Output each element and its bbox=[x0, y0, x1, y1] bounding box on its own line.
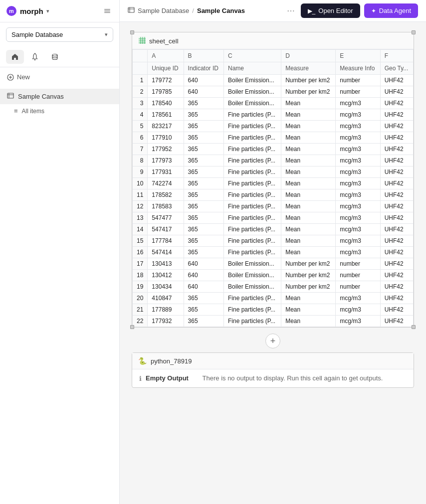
table-cell[interactable]: Fine particles (P... bbox=[224, 316, 281, 327]
table-cell[interactable]: Boiler Emission... bbox=[224, 258, 281, 270]
table-cell[interactable]: Fine particles (P... bbox=[224, 304, 281, 316]
table-cell[interactable]: mcg/m3 bbox=[336, 178, 380, 189]
table-row[interactable]: 17130413640Boiler Emission...Number per … bbox=[133, 258, 414, 270]
table-cell[interactable]: number bbox=[336, 75, 380, 86]
table-cell[interactable]: 177784 bbox=[148, 235, 184, 247]
table-cell[interactable]: 640 bbox=[184, 75, 223, 86]
table-cell[interactable]: mcg/m3 bbox=[336, 235, 380, 247]
table-cell[interactable]: 365 bbox=[184, 155, 223, 167]
table-cell[interactable]: 365 bbox=[184, 178, 223, 189]
add-cell-button[interactable]: + bbox=[265, 334, 280, 348]
table-cell[interactable]: UHF42 bbox=[380, 293, 413, 304]
table-cell[interactable]: UHF42 bbox=[380, 132, 413, 144]
table-cell[interactable]: 742274 bbox=[148, 178, 184, 189]
table-cell[interactable]: Fine particles (P... bbox=[224, 144, 281, 155]
table-cell[interactable]: UHF42 bbox=[380, 235, 413, 247]
table-cell[interactable]: 179785 bbox=[148, 86, 184, 98]
table-cell[interactable]: number bbox=[336, 281, 380, 293]
table-cell[interactable]: 178583 bbox=[148, 201, 184, 212]
table-row[interactable]: 15177784365Fine particles (P...Meanmcg/m… bbox=[133, 235, 414, 247]
table-cell[interactable]: Fine particles (P... bbox=[224, 247, 281, 258]
table-cell[interactable]: mcg/m3 bbox=[336, 167, 380, 178]
table-cell[interactable]: Boiler Emission... bbox=[224, 270, 281, 281]
table-row[interactable]: 22177932365Fine particles (P...Meanmcg/m… bbox=[133, 316, 414, 327]
table-cell[interactable]: 130413 bbox=[148, 258, 184, 270]
table-cell[interactable]: Fine particles (P... bbox=[224, 121, 281, 132]
table-cell[interactable]: Mean bbox=[281, 247, 336, 258]
table-cell[interactable]: Fine particles (P... bbox=[224, 235, 281, 247]
table-cell[interactable]: UHF42 bbox=[380, 304, 413, 316]
table-row[interactable]: 16547414365Fine particles (P...Meanmcg/m… bbox=[133, 247, 414, 258]
table-cell[interactable]: Fine particles (P... bbox=[224, 189, 281, 201]
table-cell[interactable]: 365 bbox=[184, 109, 223, 121]
table-cell[interactable]: Number per km2 bbox=[281, 281, 336, 293]
data-table-wrapper[interactable]: A B C D E F Unique ID Indicator ID Name bbox=[132, 49, 414, 327]
table-cell[interactable]: UHF42 bbox=[380, 316, 413, 327]
table-cell[interactable]: 547414 bbox=[148, 247, 184, 258]
table-cell[interactable]: UHF42 bbox=[380, 86, 413, 98]
database-button[interactable] bbox=[46, 50, 64, 64]
table-cell[interactable]: 177932 bbox=[148, 316, 184, 327]
table-cell[interactable]: Mean bbox=[281, 155, 336, 167]
table-cell[interactable]: 179772 bbox=[148, 75, 184, 86]
table-cell[interactable]: mcg/m3 bbox=[336, 155, 380, 167]
table-cell[interactable]: mcg/m3 bbox=[336, 316, 380, 327]
table-cell[interactable]: Mean bbox=[281, 178, 336, 189]
table-cell[interactable]: Fine particles (P... bbox=[224, 212, 281, 224]
table-row[interactable]: 19130434640Boiler Emission...Number per … bbox=[133, 281, 414, 293]
handle-bottom-left[interactable] bbox=[130, 325, 134, 329]
table-cell[interactable]: 365 bbox=[184, 121, 223, 132]
table-cell[interactable]: UHF42 bbox=[380, 189, 413, 201]
home-button[interactable] bbox=[6, 50, 24, 64]
table-cell[interactable]: Fine particles (P... bbox=[224, 167, 281, 178]
table-cell[interactable]: UHF42 bbox=[380, 167, 413, 178]
table-cell[interactable]: Boiler Emission... bbox=[224, 281, 281, 293]
table-cell[interactable]: Fine particles (P... bbox=[224, 201, 281, 212]
table-cell[interactable]: Mean bbox=[281, 98, 336, 109]
table-cell[interactable]: 547417 bbox=[148, 224, 184, 235]
table-cell[interactable]: UHF42 bbox=[380, 98, 413, 109]
table-cell[interactable]: UHF42 bbox=[380, 258, 413, 270]
table-cell[interactable]: UHF42 bbox=[380, 224, 413, 235]
table-cell[interactable]: Fine particles (P... bbox=[224, 109, 281, 121]
table-row[interactable]: 13547477365Fine particles (P...Meanmcg/m… bbox=[133, 212, 414, 224]
sidebar-item-all-items[interactable]: ≡ All items bbox=[0, 104, 119, 118]
new-button[interactable]: New bbox=[6, 71, 113, 83]
notifications-button[interactable] bbox=[26, 50, 44, 64]
table-cell[interactable]: number bbox=[336, 258, 380, 270]
table-row[interactable]: 4178561365Fine particles (P...Meanmcg/m3… bbox=[133, 109, 414, 121]
table-cell[interactable]: 177952 bbox=[148, 144, 184, 155]
table-row[interactable]: 14547417365Fine particles (P...Meanmcg/m… bbox=[133, 224, 414, 235]
table-cell[interactable]: 365 bbox=[184, 98, 223, 109]
open-editor-button[interactable]: ▶_ Open Editor bbox=[301, 3, 360, 18]
table-row[interactable]: 21177889365Fine particles (P...Meanmcg/m… bbox=[133, 304, 414, 316]
table-cell[interactable]: 178540 bbox=[148, 98, 184, 109]
table-cell[interactable]: mcg/m3 bbox=[336, 189, 380, 201]
table-cell[interactable]: 177931 bbox=[148, 167, 184, 178]
table-row[interactable]: 9177931365Fine particles (P...Meanmcg/m3… bbox=[133, 167, 414, 178]
table-cell[interactable]: number bbox=[336, 270, 380, 281]
table-cell[interactable]: Number per km2 bbox=[281, 86, 336, 98]
table-row[interactable]: 2179785640Boiler Emission...Number per k… bbox=[133, 86, 414, 98]
table-cell[interactable]: Mean bbox=[281, 316, 336, 327]
table-cell[interactable]: number bbox=[336, 86, 380, 98]
table-cell[interactable]: Number per km2 bbox=[281, 270, 336, 281]
table-cell[interactable]: UHF42 bbox=[380, 121, 413, 132]
table-cell[interactable]: mcg/m3 bbox=[336, 304, 380, 316]
table-cell[interactable]: UHF42 bbox=[380, 155, 413, 167]
table-row[interactable]: 20410847365Fine particles (P...Meanmcg/m… bbox=[133, 293, 414, 304]
canvas-area[interactable]: sheet_cell A B C D E F bbox=[120, 22, 426, 504]
table-cell[interactable]: Number per km2 bbox=[281, 75, 336, 86]
table-cell[interactable]: 178561 bbox=[148, 109, 184, 121]
table-cell[interactable]: Mean bbox=[281, 201, 336, 212]
table-cell[interactable]: Mean bbox=[281, 167, 336, 178]
table-cell[interactable]: mcg/m3 bbox=[336, 247, 380, 258]
table-row[interactable]: 3178540365Boiler Emission...Meanmcg/m3UH… bbox=[133, 98, 414, 109]
table-cell[interactable]: UHF42 bbox=[380, 247, 413, 258]
collapse-sidebar-button[interactable] bbox=[101, 5, 113, 17]
table-cell[interactable]: 177910 bbox=[148, 132, 184, 144]
table-cell[interactable]: mcg/m3 bbox=[336, 144, 380, 155]
table-cell[interactable]: 365 bbox=[184, 189, 223, 201]
table-row[interactable]: 11178582365Fine particles (P...Meanmcg/m… bbox=[133, 189, 414, 201]
topbar-menu-icon[interactable]: ⋯ bbox=[285, 4, 297, 17]
